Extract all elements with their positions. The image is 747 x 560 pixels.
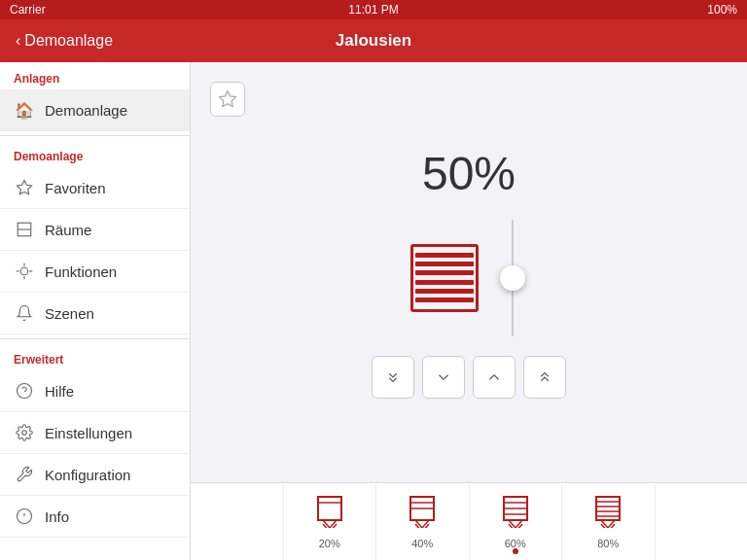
move-down-button[interactable] xyxy=(422,356,465,399)
slat-5 xyxy=(415,289,474,294)
app-body: Anlagen 🏠 Demoanlage Demoanlage Favorite… xyxy=(0,62,747,560)
back-button[interactable]: ‹ Demoanlage xyxy=(16,32,113,50)
direction-buttons xyxy=(372,356,566,399)
blind-icon-80 xyxy=(593,495,622,534)
slat-3 xyxy=(415,270,474,275)
home-icon: 🏠 xyxy=(14,99,35,121)
bottom-item-20[interactable]: 20% xyxy=(284,483,377,560)
favorite-button[interactable] xyxy=(210,82,245,117)
settings-icon xyxy=(14,422,35,443)
star-empty-icon xyxy=(218,89,237,109)
bottom-label-40: 40% xyxy=(411,538,433,549)
sidebar-label-hilfe: Hilfe xyxy=(45,383,74,400)
sidebar-item-funktionen[interactable]: Funktionen xyxy=(0,251,190,293)
svg-marker-0 xyxy=(18,181,32,194)
svg-point-3 xyxy=(20,267,28,275)
move-up-full-button[interactable] xyxy=(523,356,566,399)
slat-2 xyxy=(415,262,474,266)
sidebar-item-favoriten[interactable]: Favoriten xyxy=(0,167,190,209)
sidebar-item-szenen[interactable]: Szenen xyxy=(0,293,190,334)
move-down-icon xyxy=(435,368,452,386)
svg-point-8 xyxy=(18,384,32,399)
slider-track xyxy=(512,220,514,336)
svg-rect-15 xyxy=(318,497,341,520)
move-up-icon xyxy=(485,368,503,386)
slat-4 xyxy=(415,280,474,285)
scenes-icon xyxy=(14,302,35,324)
sidebar-item-info[interactable]: Info xyxy=(0,496,190,538)
back-chevron-icon: ‹ xyxy=(16,32,20,50)
bottom-label-60: 60% xyxy=(505,538,526,549)
battery-label: 100% xyxy=(707,3,737,17)
sidebar-item-hilfe[interactable]: Hilfe xyxy=(0,370,190,412)
bottom-item-60[interactable]: 60% xyxy=(470,483,563,560)
sidebar-section-erweitert: Erweitert xyxy=(0,343,190,370)
status-bar: Carrier 11:01 PM 100% xyxy=(0,0,747,19)
back-label: Demoanlage xyxy=(24,32,113,50)
svg-point-10 xyxy=(22,431,27,436)
sidebar-label-einstellungen: Einstellungen xyxy=(45,425,132,441)
help-icon xyxy=(14,380,35,402)
sidebar-item-einstellungen[interactable]: Einstellungen xyxy=(0,412,190,454)
divider-2 xyxy=(0,338,190,339)
bottom-bar: 20% 40% xyxy=(191,482,747,560)
move-down-full-icon xyxy=(384,368,402,386)
functions-icon xyxy=(14,261,35,282)
info-icon xyxy=(14,506,35,527)
time-label: 11:01 PM xyxy=(348,3,398,17)
blind-slider-row xyxy=(410,220,527,336)
blind-icon xyxy=(410,244,479,312)
active-dot xyxy=(513,548,518,554)
blind-icon-60 xyxy=(501,495,530,534)
slat-6 xyxy=(415,298,474,302)
move-up-full-icon xyxy=(536,368,553,386)
move-up-button[interactable] xyxy=(473,356,516,399)
star-icon xyxy=(14,177,35,198)
sidebar-label-favoriten: Favoriten xyxy=(45,180,106,196)
sidebar-label-demoanlage: Demoanlage xyxy=(45,102,127,119)
carrier-label: Carrier xyxy=(10,3,46,17)
sidebar-label-szenen: Szenen xyxy=(45,305,94,322)
bottom-label-20: 20% xyxy=(319,538,340,549)
percentage-display: 50% xyxy=(422,147,516,200)
rooms-icon xyxy=(14,219,35,240)
blind-icon-20 xyxy=(315,495,344,534)
svg-marker-14 xyxy=(220,91,236,107)
main-content: 50% xyxy=(191,62,747,560)
slat-1 xyxy=(415,253,474,258)
position-slider[interactable] xyxy=(498,220,527,336)
config-icon xyxy=(14,464,35,485)
sidebar: Anlagen 🏠 Demoanlage Demoanlage Favorite… xyxy=(0,62,191,560)
sidebar-label-raeume: Räume xyxy=(45,222,91,238)
nav-title: Jalousien xyxy=(336,31,411,51)
slider-thumb xyxy=(500,265,525,291)
sidebar-section-anlagen: Anlagen xyxy=(0,62,190,89)
bottom-label-80: 80% xyxy=(597,538,619,549)
move-down-full-button[interactable] xyxy=(372,356,414,399)
sidebar-item-demoanlage[interactable]: 🏠 Demoanlage xyxy=(0,89,190,131)
bottom-item-80[interactable]: 80% xyxy=(562,483,656,560)
sidebar-label-funktionen: Funktionen xyxy=(45,263,117,280)
bottom-item-empty2 xyxy=(656,483,748,560)
sidebar-item-raeume[interactable]: Räume xyxy=(0,209,190,251)
blind-icon-40 xyxy=(408,495,437,534)
divider-1 xyxy=(0,135,190,136)
sidebar-label-konfiguration: Konfiguration xyxy=(45,467,130,483)
control-area: 50% xyxy=(191,62,747,482)
sidebar-label-info: Info xyxy=(45,508,69,525)
sidebar-section-demoanlage: Demoanlage xyxy=(0,140,190,167)
bottom-item-empty xyxy=(191,483,284,560)
sidebar-item-konfiguration[interactable]: Konfiguration xyxy=(0,454,190,496)
nav-bar: ‹ Demoanlage Jalousien xyxy=(0,19,747,62)
bottom-item-40[interactable]: 40% xyxy=(376,483,470,560)
